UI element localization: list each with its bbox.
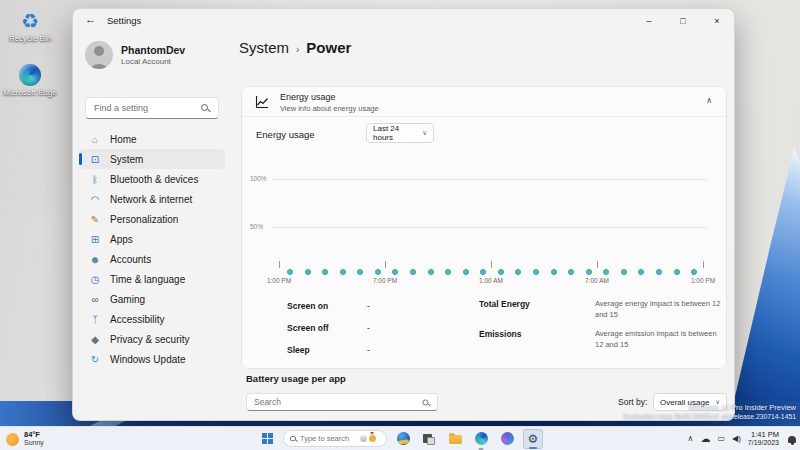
sidebar-item-bluetooth-devices[interactable]: ᛒBluetooth & devices <box>79 169 225 189</box>
system-icon: ⊡ <box>87 154 103 165</box>
edge-icon <box>19 64 41 86</box>
weather-widget[interactable]: 84°F Sunny <box>6 427 44 450</box>
sidebar: PhantomDev Local Account ⌂Home⊡SystemᛒBl… <box>73 33 231 420</box>
x-axis-tick <box>385 261 386 268</box>
sidebar-item-personalization[interactable]: ✎Personalization <box>79 209 225 229</box>
chart-dot <box>674 269 680 275</box>
tray-date: 7/19/2023 <box>748 439 779 447</box>
settings-search-box[interactable] <box>85 97 219 119</box>
search-icon <box>423 399 429 405</box>
time-range-dropdown[interactable]: Last 24 hours ∨ <box>366 123 434 143</box>
chart-dot <box>551 269 557 275</box>
chart-dot <box>305 269 311 275</box>
recycle-bin-icon: ♻ <box>21 11 39 31</box>
back-button[interactable]: ← <box>85 13 96 25</box>
account-name: PhantomDev <box>121 44 185 56</box>
chart-dot <box>515 269 521 275</box>
desktop-icon-microsoft-edge[interactable]: Microsoft Edge <box>2 62 58 97</box>
notification-bell-icon[interactable] <box>788 436 796 443</box>
chart-dot <box>603 269 609 275</box>
tray-chevron-icon[interactable]: ∧ <box>688 435 694 443</box>
weather-temp: 84°F <box>24 431 44 439</box>
chart-dot <box>656 269 662 275</box>
minimize-button[interactable]: – <box>632 9 666 33</box>
sidebar-item-gaming[interactable]: ∞Gaming <box>79 289 225 309</box>
copilot-icon <box>501 432 514 445</box>
chart-dot <box>621 269 627 275</box>
sidebar-item-label: Gaming <box>110 294 145 305</box>
chart-dot <box>498 269 504 275</box>
stat-row: Sleep- <box>287 345 370 367</box>
stat-description: Average emission impact is between 12 an… <box>595 329 721 350</box>
taskbar: 84°F Sunny ⚙ ∧ ☁ ▭ ◀) 1:41 <box>0 426 800 450</box>
clock[interactable]: 1:41 PM 7/19/2023 <box>748 430 779 447</box>
search-icon <box>290 436 296 441</box>
energy-usage-row-label: Energy usage <box>256 129 315 140</box>
start-button[interactable] <box>257 429 277 449</box>
account-row[interactable]: PhantomDev Local Account <box>85 41 185 69</box>
chart-dot <box>322 269 328 275</box>
insider-watermark: Windows 11 Pro Insider Preview Evaluatio… <box>624 403 796 420</box>
settings-button[interactable]: ⚙ <box>523 429 543 449</box>
sidebar-item-label: Privacy & security <box>110 334 189 345</box>
settings-window: ← Settings – □ × PhantomDev Local Accoun… <box>72 8 735 421</box>
chart-dot <box>287 269 293 275</box>
x-axis-tick <box>703 261 704 268</box>
bluetooth-devices-icon: ᛒ <box>87 174 103 185</box>
maximize-button[interactable]: □ <box>666 9 700 33</box>
speaker-icon[interactable]: ◀) <box>732 435 741 443</box>
chart-dot <box>568 269 574 275</box>
stat-row: EmissionsAverage emission impact is betw… <box>479 329 725 350</box>
settings-search-input[interactable] <box>94 98 202 118</box>
stat-label: Sleep <box>287 345 367 355</box>
sidebar-item-label: Home <box>110 134 137 145</box>
system-tray: ∧ ☁ ▭ ◀) 1:41 PM 7/19/2023 <box>688 427 796 450</box>
taskbar-search-input[interactable] <box>300 434 358 443</box>
task-view-button[interactable] <box>419 429 439 449</box>
taskbar-app-preview[interactable] <box>393 429 413 449</box>
chart-dot <box>340 269 346 275</box>
battery-search-input[interactable] <box>254 394 414 410</box>
energy-card-title: Energy usage <box>280 92 336 102</box>
account-type: Local Account <box>121 57 185 66</box>
sidebar-item-apps[interactable]: ⊞Apps <box>79 229 225 249</box>
stat-description: Average energy impact is between 12 and … <box>595 299 721 320</box>
chart-dot <box>428 269 434 275</box>
desktop-icon-recycle-bin[interactable]: ♻ Recycle Bin <box>2 8 58 43</box>
desktop-icon-label: Microsoft Edge <box>2 88 58 97</box>
breadcrumb-system[interactable]: System <box>239 39 289 56</box>
taskbar-search[interactable] <box>283 430 387 447</box>
chart-dot <box>533 269 539 275</box>
edge-button[interactable] <box>471 429 491 449</box>
chart-dot <box>691 269 697 275</box>
time-language-icon: ◷ <box>87 274 103 285</box>
sidebar-item-windows-update[interactable]: ↻Windows Update <box>79 349 225 369</box>
watermark-line1: Windows 11 Pro Insider Preview <box>624 403 796 412</box>
close-button[interactable]: × <box>700 9 734 33</box>
stat-row: Total EnergyAverage energy impact is bet… <box>479 299 725 320</box>
file-explorer-button[interactable] <box>445 429 465 449</box>
gridline-100 <box>272 179 706 180</box>
chevron-up-icon[interactable]: ∧ <box>706 96 712 105</box>
onedrive-cloud-icon[interactable]: ☁ <box>700 434 710 444</box>
sidebar-item-accounts[interactable]: ☻Accounts <box>79 249 225 269</box>
sidebar-item-home[interactable]: ⌂Home <box>79 129 225 149</box>
battery-search-box[interactable] <box>246 393 438 411</box>
energy-card-header[interactable]: Energy usage View info about energy usag… <box>242 87 726 117</box>
chart-dot <box>480 269 486 275</box>
y-axis-label-50: 50% <box>242 223 268 230</box>
display-icon[interactable]: ▭ <box>717 435 725 443</box>
stat-row: Screen on- <box>287 301 370 323</box>
windows-logo-icon <box>262 433 273 444</box>
copilot-button[interactable] <box>497 429 517 449</box>
search-highlight-icon <box>360 435 367 442</box>
x-axis-label: 1:00 PM <box>675 277 731 284</box>
sidebar-item-privacy-security[interactable]: ◆Privacy & security <box>79 329 225 349</box>
stat-label: Screen off <box>287 323 367 333</box>
sidebar-item-time-language[interactable]: ◷Time & language <box>79 269 225 289</box>
sidebar-item-network-internet[interactable]: ◠Network & internet <box>79 189 225 209</box>
sidebar-item-system[interactable]: ⊡System <box>79 149 225 169</box>
stat-label: Screen on <box>287 301 367 311</box>
accounts-icon: ☻ <box>87 254 103 265</box>
sidebar-item-accessibility[interactable]: ᛉAccessibility <box>79 309 225 329</box>
